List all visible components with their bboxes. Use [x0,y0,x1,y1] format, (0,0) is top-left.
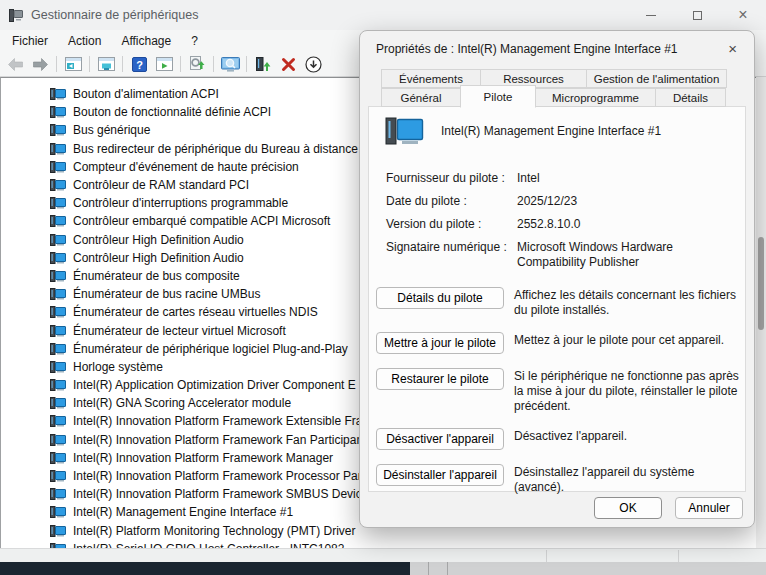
toolbar-separator [213,56,214,72]
driver-action-button[interactable]: Restaurer le pilote [376,368,504,390]
field-label: Signataire numérique : [386,240,517,270]
field-row: Version du pilote : 2552.8.10.0 [386,217,745,232]
update-driver-icon[interactable] [252,54,274,74]
field-label: Version du pilote : [386,217,517,232]
list-scrollbar[interactable] [756,77,766,548]
help-icon[interactable]: ? [128,54,150,74]
menu-item[interactable]: ? [181,30,208,52]
driver-fields: Fournisseur du pilote : Intel Date du pi… [386,171,745,270]
close-icon: × [738,7,747,23]
maximize-button[interactable] [674,0,720,30]
field-row: Fournisseur du pilote : Intel [386,171,745,186]
computer-device-icon [50,179,66,191]
field-row: Signataire numérique : Microsoft Windows… [386,240,745,270]
field-label: Date du pilote : [386,194,517,209]
action-row: Détails du pilote Affichez les détails c… [376,287,745,318]
statusbar [0,548,766,562]
minimize-button[interactable] [628,0,674,30]
window-title: Gestionnaire de périphériques [31,8,198,22]
dialog-title: Propriétés de : Intel(R) Management Engi… [376,42,678,56]
computer-device-icon [50,161,66,173]
device-label: Intel(R) Application Optimization Driver… [73,378,356,392]
computer-device-icon [50,434,66,446]
computer-device-icon [50,343,66,355]
close-button[interactable]: × [720,0,766,30]
tab-microprogramme[interactable]: Microprogramme [535,88,656,107]
driver-action-description: Désinstallez l'appareil du système (avan… [514,465,745,495]
computer-device-icon-large [385,116,425,146]
menu-item[interactable]: Fichier [2,30,58,52]
action-pane-icon[interactable] [153,54,175,74]
device-header: Intel(R) Management Engine Interface #1 [369,107,745,146]
taskbar-edge [0,562,410,575]
window-controls: × [628,0,766,30]
scan-hardware-changes-icon[interactable] [219,54,241,74]
bottom-separator [447,562,448,575]
menu-item[interactable]: Action [58,30,111,52]
bottom-strip [0,562,766,575]
driver-action-button[interactable]: Mettre à jour le pilote [376,332,504,354]
field-value: Microsoft Windows Hardware Compatibility… [517,240,745,270]
menu-item[interactable]: Affichage [111,30,181,52]
driver-action-button[interactable]: Désactiver l'appareil [376,428,504,450]
toolbar-separator [180,56,181,72]
tab-gestion-alimentation[interactable]: Gestion de l'alimentation [586,69,727,88]
driver-tab-page: Intel(R) Management Engine Interface #1 … [368,106,746,492]
device-label: Énumérateur de lecteur virtuel Microsoft [73,324,286,338]
device-label: Bouton de fonctionnalité définie ACPI [73,105,271,119]
device-label: Intel(R) Management Engine Interface #1 [73,505,293,519]
tab-row-1: Événements Ressources Gestion de l'alime… [381,69,754,88]
action-row: Désactiver l'appareil Désactivez l'appar… [376,428,745,450]
uninstall-device-icon[interactable] [277,54,299,74]
device-label: Contrôleur embarqué compatible ACPI Micr… [73,214,330,228]
action-row: Désinstaller l'appareil Désinstallez l'a… [376,464,745,495]
device-row[interactable]: Intel(R) Serial IO GPIO Host Controller … [1,540,766,548]
field-value: Intel [517,171,745,186]
toolbar-separator [246,56,247,72]
computer-device-icon [50,525,66,537]
device-label: Contrôleur High Definition Audio [73,233,244,247]
computer-device-icon [50,234,66,246]
device-label: Bus redirecteur de périphérique du Burea… [73,142,358,156]
cancel-button[interactable]: Annuler [675,497,743,519]
maximize-icon [693,11,702,20]
tab-details[interactable]: Détails [655,88,726,107]
driver-action-button[interactable]: Détails du pilote [376,287,504,309]
device-label: Contrôleur d'interruptions programmable [73,196,288,210]
field-label: Fournisseur du pilote : [386,171,517,186]
device-label: Contrôleur de RAM standard PCI [73,178,249,192]
field-value: 2025/12/23 [517,194,745,209]
device-label: Énumérateur de bus composite [73,269,240,283]
device-label: Intel(R) Innovation Platform Framework S… [73,487,368,501]
minimize-icon [646,15,656,16]
device-label: Énumérateur de cartes réseau virtuelles … [73,305,318,319]
driver-action-description: Mettez à jour le pilote pour cet apparei… [514,333,745,348]
properties-icon[interactable] [95,54,117,74]
action-row: Restaurer le pilote Si le périphérique n… [376,368,745,414]
driver-action-description: Désactivez l'appareil. [514,429,745,444]
computer-device-icon [50,361,66,373]
driver-action-description: Affichez les détails concernant les fich… [514,288,745,318]
computer-device-icon [50,252,66,264]
tab-pilote[interactable]: Pilote [460,85,536,108]
scrollbar-thumb[interactable] [758,237,764,330]
tab-general[interactable]: Général [381,88,461,107]
device-label: Intel(R) Innovation Platform Framework E… [73,414,362,428]
driver-actions: Détails du pilote Affichez les détails c… [376,287,745,495]
ok-button[interactable]: OK [594,497,662,519]
driver-action-button[interactable]: Désinstaller l'appareil [376,464,504,486]
update-driver-software-icon[interactable] [186,54,208,74]
tab-row-2: Général Pilote Microprogramme Détails [381,88,754,107]
computer-device-icon [50,506,66,518]
back-icon[interactable] [4,54,26,74]
device-label: Compteur d'événement de haute précision [73,160,299,174]
show-console-tree-icon[interactable] [62,54,84,74]
titlebar: Gestionnaire de périphériques × [0,0,766,30]
field-row: Date du pilote : 2025/12/23 [386,194,745,209]
device-label: Intel(R) Innovation Platform Framework P… [73,469,365,483]
disable-device-icon[interactable] [302,54,324,74]
dialog-titlebar: Propriétés de : Intel(R) Management Engi… [360,31,754,69]
forward-icon[interactable] [29,54,51,74]
device-label: Bus générique [73,123,150,137]
dialog-close-icon[interactable]: × [725,42,740,56]
